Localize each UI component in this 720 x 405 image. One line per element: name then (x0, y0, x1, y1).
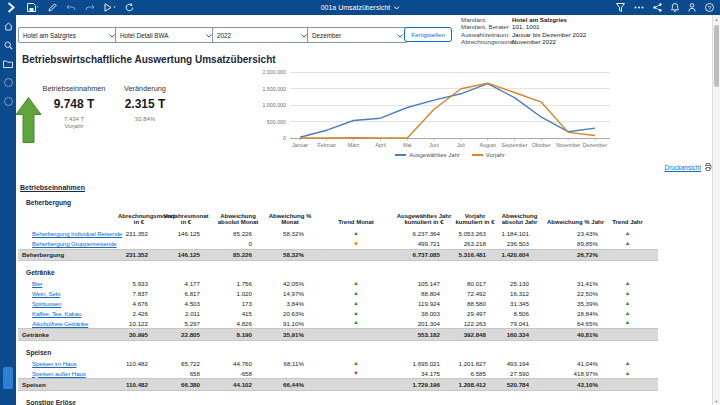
value-cell: 31,41% (541, 280, 610, 287)
drill-link[interactable]: Alkoholfreie Getränke (32, 320, 88, 327)
header-cell[interactable]: Trend Monat (316, 219, 396, 227)
header-cell[interactable]: Vorjahr kumuliert in € (452, 213, 498, 227)
scroll-up-button[interactable]: ▲ (713, 15, 720, 23)
drill-link[interactable]: Speisen im Haus (32, 360, 77, 367)
svg-text:500.000: 500.000 (267, 119, 286, 125)
header-cell[interactable]: Abweichung % Jahr (541, 219, 610, 227)
svg-text:März: März (348, 142, 360, 148)
undo-icon[interactable] (66, 4, 76, 12)
drill-link[interactable]: Wein, Sekt (32, 290, 60, 297)
hotel-dropdown[interactable]: Hotel am Salzgries (18, 27, 120, 43)
sidebar-active-indicator[interactable] (3, 367, 13, 389)
run-icon[interactable] (104, 3, 116, 12)
app-window: 001a Umsatzübersicht ? (0, 0, 720, 405)
story-title-dropdown[interactable]: 001a Umsatzübersicht (321, 4, 400, 11)
filter-icon[interactable] (616, 3, 625, 12)
header-cell[interactable]: Ausgewähltes Jahr kumuliert in € (396, 213, 452, 227)
info-label: Mandant: (461, 16, 512, 23)
value-cell: 30.995 (118, 331, 160, 338)
info-row: Mandant, Berater101, 1001 (461, 23, 586, 30)
drill-link[interactable]: Beherbergung Gruppenreisende (32, 240, 117, 247)
kpi-label-change: Veränderung (114, 84, 176, 93)
value-cell: 25.130 (498, 280, 541, 287)
print-view-link[interactable]: Druckansicht (665, 164, 701, 171)
sidebar-option-icon-2[interactable] (4, 97, 13, 106)
toolbar-left (0, 0, 134, 15)
year-dropdown[interactable]: 2022 (212, 27, 312, 43)
drill-link[interactable]: Beherbergung Individual Reisende (32, 230, 122, 237)
scrollbar-thumb[interactable] (714, 25, 719, 87)
value-cell: 58,32% (264, 251, 316, 258)
revenue-table: Betriebseinnahmen BeherbergungAbrechnung… (18, 184, 658, 405)
value-cell: 1.184.101 (498, 230, 541, 237)
value-cell: 85.226 (212, 251, 264, 258)
value-cell: 91,10% (264, 320, 316, 327)
trend-up-icon: ▲ (610, 281, 645, 287)
expand-navigation-icon[interactable] (4, 0, 18, 15)
value-cell: 146.125 (160, 251, 212, 258)
value-cell: 1.420.604 (498, 251, 541, 258)
chart-legend: Ausgewähltes JahrVorjahr (290, 152, 610, 158)
value-cell: 6.817 (160, 290, 212, 297)
redo-icon[interactable] (85, 4, 95, 12)
home-icon[interactable] (4, 22, 13, 31)
save-icon[interactable] (27, 3, 39, 12)
vertical-scrollbar[interactable]: ▲ ▼ (712, 15, 720, 405)
top-toolbar: 001a Umsatzübersicht ? (0, 0, 720, 15)
trend-up-icon: ▲ (610, 371, 645, 377)
profile-icon[interactable] (688, 3, 696, 12)
notifications-icon[interactable] (671, 3, 679, 12)
header-cell[interactable]: Abweichung absolut Monat (212, 213, 264, 227)
drill-link[interactable]: Speisen außer Haus (32, 370, 86, 377)
value-cell: 8.506 (498, 310, 541, 317)
month-dropdown[interactable]: Dezember (307, 27, 408, 43)
files-icon[interactable] (3, 60, 13, 68)
sidebar-option-icon-1[interactable] (4, 78, 13, 87)
svg-text:Dezember: Dezember (583, 142, 608, 148)
refresh-icon[interactable] (125, 3, 134, 12)
value-cell: 58,32% (264, 230, 316, 237)
info-label: Abrechnungsmonat: (461, 38, 512, 45)
row-label-cell: Speisen (18, 381, 118, 388)
value-cell: 231.352 (118, 230, 160, 237)
chevron-down-icon (397, 32, 403, 39)
header-cell[interactable]: Abweichung % Monat (264, 213, 316, 227)
printer-icon[interactable] (704, 163, 712, 171)
drill-link[interactable]: Kaffee, Tee, Kakao (32, 310, 81, 317)
share-icon[interactable] (653, 3, 662, 12)
table-row: Beherbergung Gruppenreisende0◆499.721263… (18, 239, 658, 249)
finish-button[interactable]: Fertigstellen (404, 27, 452, 42)
value-cell: 6.237.364 (396, 230, 452, 237)
search-icon[interactable] (4, 41, 13, 50)
table-total-row: Speisen110.48266.38044.10266,44%1.729.19… (18, 378, 658, 391)
value-cell: 1.729.196 (396, 381, 452, 388)
header-cell[interactable]: Vorjahresmonat in € (160, 213, 212, 227)
value-cell: 80.017 (452, 280, 498, 287)
drill-link[interactable]: Spirituosen (32, 300, 61, 307)
value-cell: 31.345 (498, 300, 541, 307)
value-cell: 35,91% (264, 331, 316, 338)
print-view: Druckansicht (620, 163, 712, 171)
info-label: Auswahlzeitraum: (461, 31, 512, 38)
table-group-label[interactable]: Betriebseinnahmen (18, 184, 658, 191)
help-icon[interactable]: ? (705, 3, 714, 12)
header-cell[interactable]: Abweichung absolut Jahr (498, 213, 541, 227)
year-dropdown-value: 2022 (217, 32, 231, 39)
table-section-label: Getränke (26, 269, 658, 276)
header-cell[interactable]: Abrechnungsmonat in € (118, 213, 160, 227)
drill-link[interactable]: Bier (32, 280, 42, 287)
value-cell: 8.190 (212, 331, 264, 338)
report-dropdown[interactable]: Hotel Detail BWA (115, 27, 217, 43)
value-cell: 110.482 (118, 360, 160, 367)
edit-icon[interactable] (48, 3, 57, 12)
legend-item[interactable]: Vorjahr (472, 152, 505, 158)
header-cell[interactable]: Trend Jahr (610, 219, 645, 227)
scroll-down-button[interactable]: ▼ (713, 397, 720, 405)
more-icon[interactable] (634, 6, 644, 9)
value-cell: 35,39% (541, 300, 610, 307)
value-cell: -658 (212, 370, 264, 377)
legend-item[interactable]: Ausgewähltes Jahr (395, 152, 460, 158)
header-cell (18, 226, 118, 227)
table-header-row: Abrechnungsmonat in €Vorjahresmonat in €… (18, 209, 658, 227)
value-cell: 44.760 (212, 360, 264, 367)
